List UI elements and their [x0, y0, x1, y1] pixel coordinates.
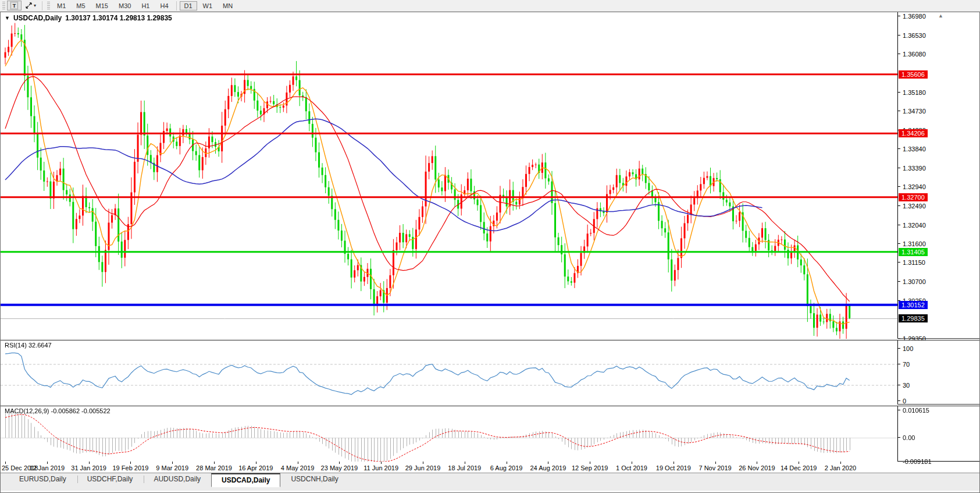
date-label: 19 Oct 2019 — [656, 464, 691, 471]
date-tick — [465, 462, 465, 464]
text-tool-button[interactable]: T — [7, 1, 22, 10]
price-tick-label: 1.36080 — [898, 51, 926, 58]
date-axis[interactable]: 25 Dec 201812 Jan 201931 Jan 201919 Feb … — [1, 462, 979, 473]
date-tick — [673, 462, 674, 464]
cursor-tool-button[interactable]: ▾ — [22, 1, 40, 10]
tab-usdchf[interactable]: USDCHF,Daily — [77, 473, 144, 486]
date-label: 12 Jan 2019 — [30, 464, 65, 471]
price-chart-canvas[interactable] — [1, 12, 897, 339]
text-tool-icon: T — [10, 2, 18, 9]
date-tick — [757, 462, 757, 464]
rsi-tick-label: 0 — [898, 398, 906, 405]
date-tick — [47, 462, 48, 464]
date-label: 9 Mar 2019 — [156, 464, 188, 471]
tab-eurusd[interactable]: EURUSD,Daily — [9, 473, 77, 486]
chart-tab-bar: EURUSD,DailyUSDCHF,DailyAUDUSD,DailyUSDC… — [1, 473, 979, 491]
price-level-label: 1.32700 — [899, 193, 928, 201]
date-tick — [632, 462, 632, 464]
date-label: 19 Feb 2019 — [113, 464, 149, 471]
date-label: 7 Nov 2019 — [699, 464, 731, 471]
timeframe-button-m1[interactable]: M1 — [52, 1, 70, 10]
price-tick-label: 1.32490 — [898, 203, 926, 210]
timeframe-button-m30[interactable]: M30 — [114, 1, 136, 10]
price-tick-label: 1.32040 — [898, 222, 926, 229]
price-tick-label: 1.36530 — [898, 32, 926, 39]
price-axis[interactable]: ▲ 1.35606 1.34206 1.32700 1.31405 1.3015… — [897, 12, 979, 338]
timeframe-button-h1[interactable]: H1 — [137, 1, 154, 10]
chart-dropdown-icon[interactable]: ▼ — [5, 15, 10, 21]
price-tick-label: 1.31600 — [898, 240, 926, 247]
price-tick-label: 1.35180 — [898, 89, 926, 96]
date-label: 2 Jan 2020 — [825, 464, 856, 471]
macd-panel[interactable]: MACD(12,26,9) -0.005862 -0.005522 0.0106… — [1, 406, 979, 462]
chart-shift-marker-icon[interactable]: ▲ — [938, 13, 943, 19]
date-tick — [339, 462, 340, 464]
chevron-down-icon: ▾ — [34, 3, 36, 8]
chart-title: ▼ USDCAD,Daily 1.30137 1.30174 1.29813 1… — [5, 14, 172, 22]
timeframe-button-mn[interactable]: MN — [218, 1, 237, 10]
date-label: 24 Aug 2019 — [530, 464, 566, 471]
date-label: 28 Mar 2019 — [196, 464, 232, 471]
date-tick — [507, 462, 507, 464]
rsi-chart-canvas[interactable] — [1, 341, 897, 405]
macd-label: MACD(12,26,9) -0.005862 -0.005522 — [5, 407, 111, 414]
current-price-label: 1.29835 — [899, 314, 928, 322]
rsi-axis[interactable]: 10070300 — [897, 341, 979, 404]
rsi-tick-label: 100 — [898, 345, 913, 352]
date-label: 12 Sep 2019 — [572, 464, 608, 471]
tab-usdcad[interactable]: USDCAD,Daily — [211, 473, 280, 487]
price-tick-label: 1.34730 — [898, 108, 926, 115]
date-tick — [5, 462, 6, 464]
tab-audusd[interactable]: AUDUSD,Daily — [143, 473, 211, 486]
toolbar-grip-2[interactable] — [47, 2, 50, 10]
rsi-tick-label: 70 — [898, 361, 910, 368]
date-label: 11 Jun 2019 — [364, 464, 398, 471]
date-tick — [590, 462, 590, 464]
date-label: 18 Jul 2019 — [448, 464, 481, 471]
rsi-label: RSI(14) 32.6647 — [5, 342, 52, 349]
toolbar-grip[interactable] — [2, 2, 5, 10]
macd-axis[interactable]: 0.0106150.00-0.009181 — [897, 406, 979, 461]
date-label: 6 Aug 2019 — [490, 464, 523, 471]
macd-chart-canvas[interactable] — [1, 406, 897, 462]
timeframe-button-m15[interactable]: M15 — [91, 1, 113, 10]
price-tick-label: 1.32940 — [898, 183, 926, 190]
date-tick — [172, 462, 173, 464]
date-tick — [381, 462, 382, 464]
toolbar-separator — [42, 1, 42, 10]
date-tick — [89, 462, 90, 464]
date-label: 4 May 2019 — [281, 464, 314, 471]
timeframe-button-w1[interactable]: W1 — [198, 1, 218, 10]
main-chart-panel[interactable]: ▼ USDCAD,Daily 1.30137 1.30174 1.29813 1… — [1, 12, 979, 339]
date-tick — [715, 462, 716, 464]
date-tick — [840, 462, 841, 464]
date-label: 31 Jan 2019 — [71, 464, 106, 471]
price-tick-label: 1.30700 — [898, 278, 926, 285]
macd-tick-label: -0.009181 — [898, 458, 932, 465]
price-tick-label: 1.31150 — [898, 259, 925, 266]
date-label: 1 Oct 2019 — [616, 464, 647, 471]
tab-usdcnh[interactable]: USDCNH,Daily — [280, 473, 348, 486]
rsi-tick-label: 30 — [898, 382, 910, 389]
price-level-label: 1.34206 — [899, 129, 928, 137]
date-label: 26 Nov 2019 — [739, 464, 775, 471]
chart-ohlc-values: 1.30137 1.30174 1.29813 1.29835 — [65, 14, 172, 22]
timeframe-button-h4[interactable]: H4 — [155, 1, 173, 10]
rsi-panel[interactable]: RSI(14) 32.6647 10070300 — [1, 340, 979, 405]
price-level-label: 1.35606 — [899, 70, 928, 79]
toolbar-separator — [176, 1, 177, 10]
date-label: 16 Apr 2019 — [238, 464, 273, 471]
price-tick-label: 1.36980 — [898, 13, 926, 20]
date-label: 23 May 2019 — [321, 464, 358, 471]
timeframe-button-m5[interactable]: M5 — [72, 1, 90, 10]
macd-tick-label: 0.00 — [898, 434, 915, 441]
chart-symbol-label: USDCAD,Daily — [13, 14, 62, 22]
top-toolbar: T ▾ M1M5M15M30H1H4D1W1MN — [0, 0, 980, 12]
date-tick — [423, 462, 423, 464]
chart-window: ▼ USDCAD,Daily 1.30137 1.30174 1.29813 1… — [0, 12, 980, 493]
timeframe-button-d1[interactable]: D1 — [180, 1, 197, 10]
price-level-label: 1.30152 — [899, 301, 928, 309]
price-tick-label: 1.33390 — [898, 165, 926, 172]
date-tick — [214, 462, 215, 464]
date-tick — [799, 462, 799, 464]
